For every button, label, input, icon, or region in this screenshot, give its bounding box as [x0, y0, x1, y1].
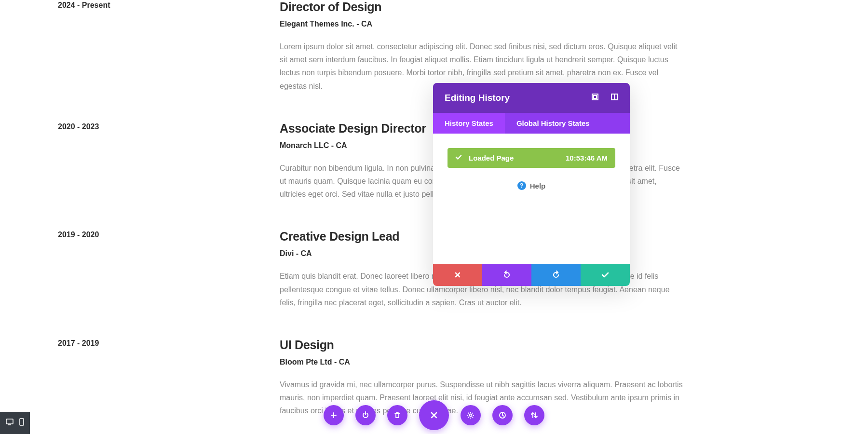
- entry-title: Director of Design: [280, 0, 685, 14]
- desktop-view-icon[interactable]: [5, 418, 14, 428]
- check-icon: [455, 154, 462, 162]
- svg-point-17: [470, 414, 472, 417]
- panel-body: Loaded Page 10:53:46 AM ? Help: [433, 134, 630, 264]
- help-link[interactable]: ? Help: [448, 181, 615, 190]
- entry-company: Bloom Pte Ltd - CA: [280, 358, 685, 366]
- entry-date: 2019 - 2020: [58, 231, 280, 239]
- svg-rect-1: [594, 95, 597, 98]
- tab-history-states[interactable]: History States: [433, 113, 505, 134]
- svg-rect-6: [6, 419, 13, 424]
- svg-rect-0: [592, 94, 598, 100]
- history-button[interactable]: [492, 405, 513, 425]
- trash-button[interactable]: [387, 405, 407, 425]
- discard-button[interactable]: [433, 264, 482, 286]
- svg-rect-13: [396, 414, 399, 418]
- tab-global-history-states[interactable]: Global History States: [505, 113, 601, 134]
- entry-title: UI Design: [280, 338, 685, 352]
- power-button[interactable]: [355, 405, 376, 425]
- undo-button[interactable]: [482, 264, 531, 286]
- entry-date: 2024 - Present: [58, 1, 280, 10]
- svg-rect-8: [20, 419, 24, 425]
- entry-date: 2017 - 2019: [58, 339, 280, 348]
- save-button[interactable]: [581, 264, 630, 286]
- portability-button[interactable]: [524, 405, 544, 425]
- panel-header[interactable]: Editing History: [433, 83, 630, 113]
- panel-title: Editing History: [445, 93, 510, 103]
- help-icon: ?: [517, 181, 526, 190]
- settings-button[interactable]: [461, 405, 481, 425]
- snap-icon[interactable]: [610, 93, 618, 103]
- redo-button[interactable]: [531, 264, 581, 286]
- mobile-view-icon[interactable]: [18, 418, 25, 428]
- help-text: Help: [530, 182, 546, 190]
- close-builder-button[interactable]: [419, 400, 449, 430]
- resume-entry: 2024 - PresentDirector of DesignElegant …: [58, 0, 810, 93]
- expand-icon[interactable]: [591, 93, 599, 103]
- viewport-switcher: [0, 412, 30, 434]
- builder-toolbar: [324, 400, 544, 430]
- panel-tabs: History States Global History States: [433, 113, 630, 134]
- history-item-label: Loaded Page: [469, 154, 514, 162]
- history-item-time: 10:53:46 AM: [566, 154, 608, 162]
- history-item-loaded-page[interactable]: Loaded Page 10:53:46 AM: [448, 148, 615, 168]
- entry-company: Elegant Themes Inc. - CA: [280, 20, 685, 28]
- add-button[interactable]: [324, 405, 344, 425]
- entry-date: 2020 - 2023: [58, 122, 280, 131]
- panel-footer: [433, 264, 630, 286]
- editing-history-panel: Editing History History States Global Hi…: [433, 83, 630, 286]
